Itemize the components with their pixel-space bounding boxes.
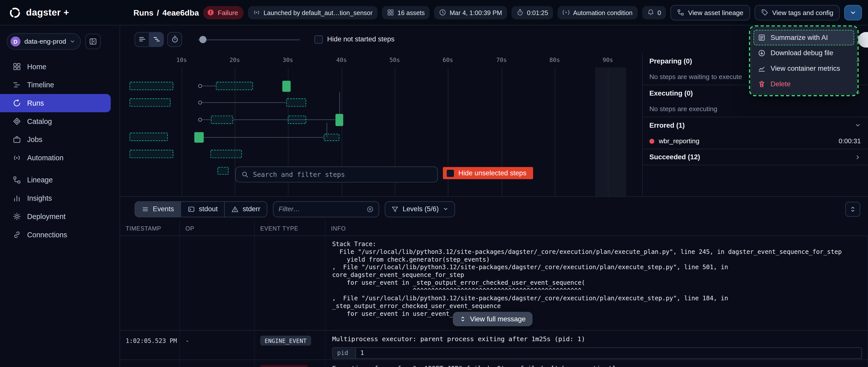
log-filter-input[interactable] xyxy=(279,205,363,213)
jobs-icon xyxy=(13,135,21,144)
gantt-highlight-band xyxy=(595,67,626,196)
sidebar-item-connections[interactable]: Connections xyxy=(0,226,111,244)
errored-step-row[interactable]: wbr_reporting 0:00:31 xyxy=(643,133,868,149)
gantt-gridline xyxy=(182,67,182,196)
column-info: INFO xyxy=(326,221,868,236)
gantt-step-bar[interactable] xyxy=(130,133,168,141)
menu-item-delete[interactable]: Delete xyxy=(753,76,854,92)
gantt-zoom-slider[interactable] xyxy=(198,32,300,47)
section-errored-header[interactable]: Errored (1) xyxy=(643,117,868,133)
gantt-step-bar[interactable] xyxy=(211,115,233,124)
log-tabs: Events stdout stderr xyxy=(135,201,268,217)
workspace-switcher[interactable]: D data-eng-prod xyxy=(6,33,81,50)
breadcrumb-runs-link[interactable]: Runs xyxy=(133,8,153,17)
hide-unselected-checkbox[interactable] xyxy=(447,170,454,177)
brand: dagster + xyxy=(0,6,120,18)
gantt-step-bar[interactable] xyxy=(211,150,242,158)
metadata-value: 1 xyxy=(356,348,861,358)
launched-by-chip[interactable]: Launched by default_aut…tion_sensor xyxy=(248,6,378,19)
sidebar-item-deployment[interactable]: Deployment xyxy=(0,207,111,226)
sidebar-item-catalog[interactable]: Catalog xyxy=(0,112,111,130)
gantt-step-bar[interactable] xyxy=(130,82,173,90)
app-root: dagster + Runs / 4eae6dba Failure Launch… xyxy=(0,0,868,367)
view-tags-config-button[interactable]: View tags and config xyxy=(754,5,840,20)
gantt-step-bar[interactable] xyxy=(194,132,204,143)
gantt-connector-line xyxy=(202,86,216,86)
sidebar-item-home[interactable]: Home xyxy=(0,58,111,76)
gantt-step-bar[interactable] xyxy=(216,82,253,90)
tab-stdout[interactable]: stdout xyxy=(181,201,225,217)
assets-grid-icon xyxy=(387,9,394,16)
chevron-down-icon xyxy=(70,39,75,44)
run-actions-menu-button[interactable] xyxy=(844,5,862,20)
collapse-sidebar-button[interactable] xyxy=(85,34,101,49)
axis-tick-label: 60s xyxy=(442,57,453,63)
search-icon xyxy=(241,171,249,178)
gantt-step-bar[interactable] xyxy=(130,98,170,107)
gantt-waterfall-view-button[interactable] xyxy=(149,32,164,47)
sidebar-item-automation[interactable]: Automation xyxy=(0,149,111,167)
chevron-down-icon[interactable] xyxy=(855,122,861,128)
gantt-search-input[interactable] xyxy=(253,171,432,178)
hide-unselected-control[interactable]: Hide unselected steps xyxy=(443,167,533,179)
assets-chip[interactable]: 16 assets xyxy=(382,6,430,19)
log-filter-box[interactable] xyxy=(273,201,379,217)
log-row-run-failure[interactable]: 1:02:05.596 PM - RUN_FAILURE Execution o… xyxy=(120,360,868,367)
tab-events[interactable]: Events xyxy=(135,201,181,217)
gantt-step-dot[interactable] xyxy=(198,118,202,122)
workspace-row: D data-eng-prod xyxy=(0,25,120,56)
datetime-chip: Mar 4, 1:00:39 PM xyxy=(434,6,507,19)
catalog-icon xyxy=(13,117,21,126)
menu-item-summarize-ai[interactable]: Summarize with AI xyxy=(753,30,854,45)
gantt-step-dot[interactable] xyxy=(198,101,202,104)
gantt-step-bar[interactable] xyxy=(336,114,343,126)
log-row-engine-event[interactable]: 1:02:05.523 PM - ENGINE_EVENT Multiproce… xyxy=(120,331,868,360)
chevron-down-icon xyxy=(442,206,448,212)
step-name[interactable]: wbr_reporting xyxy=(659,137,834,145)
clear-filter-icon[interactable] xyxy=(367,205,374,213)
log-info-text: Multiprocess executor: parent process ex… xyxy=(332,335,862,343)
breadcrumb-separator: / xyxy=(157,8,159,17)
gantt-flat-view-button[interactable] xyxy=(135,32,150,47)
gantt-step-bar[interactable] xyxy=(282,81,290,92)
automation-icon xyxy=(13,154,21,162)
lineage-icon xyxy=(13,176,21,184)
gantt-step-dot[interactable] xyxy=(198,84,202,88)
notifications-chip[interactable]: 0 xyxy=(642,6,666,19)
slider-thumb[interactable] xyxy=(199,36,207,43)
axis-tick-label: 10s xyxy=(176,57,187,63)
menu-item-download-debug[interactable]: Download debug file xyxy=(753,45,854,61)
funnel-icon xyxy=(392,205,399,213)
gantt-step-bar[interactable] xyxy=(130,150,173,158)
tab-stderr[interactable]: stderr xyxy=(224,201,268,217)
axis-tick-label: 20s xyxy=(229,57,240,63)
expand-log-panel-button[interactable] xyxy=(845,201,861,216)
log-timestamp: 1:02:05.523 PM xyxy=(126,337,177,345)
chevron-right-icon[interactable] xyxy=(855,154,861,160)
home-icon xyxy=(13,63,21,71)
sidebar-item-lineage[interactable]: Lineage xyxy=(0,171,111,189)
metadata-table: pid 1 xyxy=(332,347,862,359)
axis-tick-label: 50s xyxy=(390,57,400,63)
gantt-timer-toggle-button[interactable] xyxy=(167,32,182,47)
gantt-step-bar[interactable] xyxy=(286,98,306,107)
sidebar-item-timeline[interactable]: Timeline xyxy=(0,76,111,94)
gantt-step-bar[interactable] xyxy=(217,167,228,175)
gantt-step-bar[interactable] xyxy=(324,134,339,141)
view-full-message-button[interactable]: View full message xyxy=(453,312,532,326)
gantt-step-bar[interactable] xyxy=(288,115,306,124)
section-succeeded-header[interactable]: Succeeded (12) xyxy=(643,149,868,165)
sidebar-item-runs[interactable]: Runs xyxy=(0,94,111,112)
hide-not-started-checkbox[interactable] xyxy=(314,35,323,43)
levels-filter-button[interactable]: Levels (5/6) xyxy=(385,201,455,217)
gantt-search-box[interactable] xyxy=(235,166,438,182)
dagster-logo-icon xyxy=(9,6,21,18)
sidebar-item-jobs[interactable]: Jobs xyxy=(0,130,111,149)
column-op: OP xyxy=(180,221,255,236)
menu-item-container-metrics[interactable]: View container metrics xyxy=(753,61,854,76)
gantt-connector-line xyxy=(202,102,286,103)
sidebar-item-insights[interactable]: Insights xyxy=(0,189,111,207)
automation-condition-chip[interactable]: Automation condition xyxy=(558,6,638,19)
hide-not-started-control[interactable]: Hide not started steps xyxy=(314,35,395,43)
view-asset-lineage-button[interactable]: View asset lineage xyxy=(670,5,750,20)
